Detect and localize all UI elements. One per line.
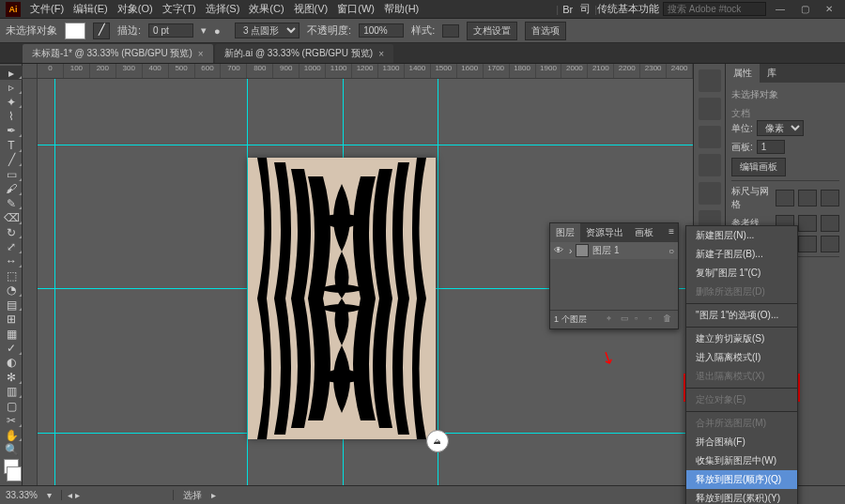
tab-properties[interactable]: 属性	[726, 64, 760, 83]
ruler-vertical[interactable]	[23, 79, 38, 485]
guide-btn2[interactable]	[798, 215, 817, 232]
ruler-btn[interactable]	[776, 190, 794, 206]
doc-tab-2[interactable]: 新的.ai @ 33.33% (RGB/GPU 预览)×	[215, 44, 393, 63]
tab-libraries[interactable]: 库	[760, 64, 784, 83]
new-sublayer-icon[interactable]: ▫	[635, 313, 646, 325]
guide-btn3[interactable]	[821, 215, 839, 232]
artboard-input[interactable]	[757, 140, 785, 154]
gradient-tool[interactable]: ▦	[0, 327, 23, 341]
menu-item[interactable]: 效果(C)	[245, 0, 287, 18]
guide[interactable]	[54, 79, 55, 485]
direct-selection-tool[interactable]: ▹	[0, 80, 23, 94]
align-btn2[interactable]	[798, 236, 817, 252]
ruler-horizontal[interactable]: 0100200300400500600700800900100011001200…	[38, 64, 693, 79]
ruler-origin[interactable]	[23, 64, 38, 79]
new-layer-icon[interactable]: ▫	[649, 313, 660, 325]
menu-item[interactable]: 对象(O)	[114, 0, 157, 18]
brush-select[interactable]: 3 点圆形	[235, 23, 300, 38]
menu-item[interactable]: 帮助(H)	[380, 0, 422, 18]
menu-item[interactable]: 建立剪切蒙版(S)	[686, 329, 797, 348]
doc-setup-button[interactable]: 文档设置	[467, 22, 517, 40]
width-tool[interactable]: ↔	[0, 254, 23, 268]
close-button[interactable]: ✕	[819, 3, 839, 16]
zoom-level[interactable]: 33.33%	[6, 490, 38, 500]
hand-tool[interactable]: ✋	[0, 428, 23, 442]
menu-item[interactable]: 文字(T)	[159, 0, 200, 18]
free-transform-tool[interactable]: ⬚	[0, 268, 23, 283]
close-icon[interactable]: ×	[378, 49, 384, 59]
close-icon[interactable]: ×	[198, 49, 204, 59]
symbol-sprayer-tool[interactable]: ✻	[0, 370, 23, 384]
fill-swatch[interactable]	[65, 23, 85, 39]
menu-item[interactable]: 窗口(W)	[333, 0, 378, 18]
menu-item[interactable]: 文件(F)	[26, 0, 68, 18]
edit-artboard-button[interactable]: 编辑画板	[731, 158, 786, 176]
grid-btn[interactable]	[798, 190, 817, 206]
type-tool[interactable]: T	[0, 138, 23, 152]
menu-item[interactable]: 收集到新图层中(W)	[686, 451, 797, 470]
panel-menu-icon[interactable]: ≡	[665, 223, 678, 242]
style-swatch[interactable]	[442, 24, 459, 38]
selection-tool[interactable]: ▸	[0, 66, 23, 80]
stock-icon[interactable]: 司	[576, 2, 594, 16]
layer-row[interactable]: 👁 › 图层 1 ○	[550, 242, 678, 259]
shape-builder-tool[interactable]: ◔	[0, 283, 23, 298]
bridge-icon[interactable]: Br	[559, 4, 576, 15]
prefs-button[interactable]: 首选项	[525, 22, 566, 40]
menu-item[interactable]: 新建子图层(B)...	[686, 245, 797, 264]
menu-item[interactable]: 复制"图层 1"(C)	[686, 264, 797, 283]
scale-tool[interactable]: ⤢	[0, 239, 23, 253]
slice-tool[interactable]: ✂	[0, 414, 23, 428]
menu-item[interactable]: "图层 1"的选项(O)...	[686, 306, 797, 325]
menu-item[interactable]: 进入隔离模式(I)	[686, 348, 797, 367]
tab-export[interactable]: 资源导出	[580, 223, 629, 242]
mesh-tool[interactable]: ⊞	[0, 312, 23, 326]
brushes-panel-icon[interactable]	[699, 126, 721, 148]
stroke-panel-icon[interactable]	[699, 182, 721, 205]
zoom-tool[interactable]: 🔍	[0, 442, 23, 456]
eyedropper-tool[interactable]: ✓	[0, 341, 23, 355]
blend-tool[interactable]: ◐	[0, 356, 23, 370]
clip-icon[interactable]: ▭	[621, 313, 632, 325]
tab-artboards[interactable]: 画板	[629, 223, 659, 242]
guide[interactable]	[438, 79, 438, 485]
unit-select[interactable]: 像素	[757, 120, 804, 136]
column-graph-tool[interactable]: ▥	[0, 385, 23, 399]
artboard-tool[interactable]: ▢	[0, 399, 23, 413]
menu-item[interactable]: 选择(S)	[202, 0, 244, 18]
eraser-tool[interactable]: ⌫	[0, 210, 23, 224]
maximize-button[interactable]: ▢	[794, 3, 815, 16]
no-fill-icon[interactable]: ╱	[93, 23, 110, 39]
pen-tool[interactable]: ✒	[0, 124, 23, 138]
opacity-input[interactable]	[359, 23, 404, 38]
target-icon[interactable]: ○	[668, 246, 674, 256]
tab-layers[interactable]: 图层	[550, 223, 580, 242]
expand-icon[interactable]: ›	[569, 246, 572, 256]
color-panel-icon[interactable]	[699, 69, 721, 92]
magic-wand-tool[interactable]: ✦	[0, 95, 23, 109]
menu-item[interactable]: 新建图层(N)...	[686, 226, 797, 245]
perspective-tool[interactable]: ▤	[0, 298, 23, 312]
snap-btn[interactable]	[821, 190, 839, 206]
menu-item[interactable]: 视图(V)	[290, 0, 332, 18]
menu-item[interactable]: 释放到图层(顺序)(Q)	[686, 470, 797, 489]
pencil-tool[interactable]: ✎	[0, 196, 23, 210]
rotate-tool[interactable]: ↻	[0, 225, 23, 239]
search-input[interactable]	[663, 2, 766, 16]
lasso-tool[interactable]: ⌇	[0, 109, 23, 123]
fill-stroke-swatch[interactable]	[0, 457, 22, 483]
minimize-button[interactable]: —	[770, 3, 791, 16]
rectangle-tool[interactable]: ▭	[0, 167, 23, 181]
symbols-panel-icon[interactable]	[699, 154, 721, 176]
guide[interactable]	[38, 145, 693, 145]
line-tool[interactable]: ╱	[0, 153, 23, 167]
stroke-width-input[interactable]	[148, 23, 193, 38]
menu-item[interactable]: 编辑(E)	[69, 0, 112, 18]
delete-icon[interactable]: 🗑	[663, 313, 674, 325]
doc-tab-1[interactable]: 未标题-1* @ 33.33% (RGB/GPU 预览)×	[23, 44, 213, 63]
layer-name[interactable]: 图层 1	[592, 244, 619, 257]
menu-item[interactable]: 释放到图层(累积)(Y)	[686, 489, 797, 504]
align-btn3[interactable]	[821, 236, 839, 252]
workspace-label[interactable]: 传统基本功能	[597, 2, 659, 16]
swatches-panel-icon[interactable]	[699, 98, 721, 120]
